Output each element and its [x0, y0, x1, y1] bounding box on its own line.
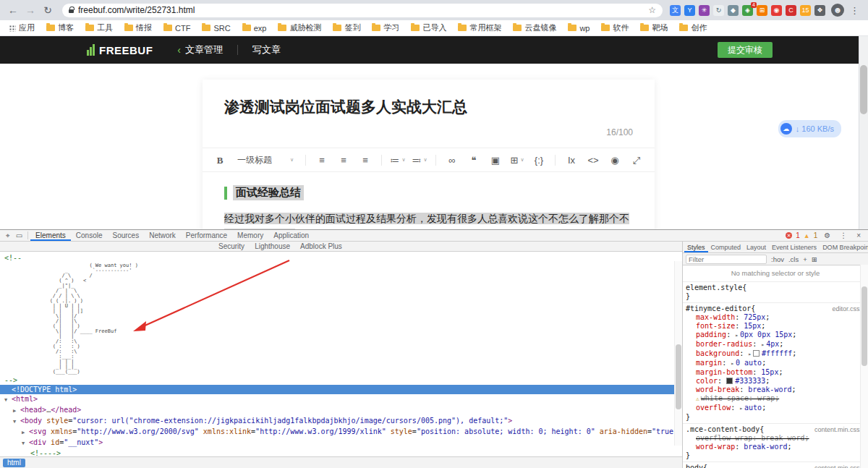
extension-icon-orange-grid[interactable]: ⊞: [757, 5, 767, 16]
bookmark-item[interactable]: 靶场: [640, 22, 668, 33]
download-speed-badge[interactable]: ☁ ↓ 160 KB/s: [778, 120, 841, 137]
bookmark-item[interactable]: wp: [568, 24, 590, 33]
css-property[interactable]: font-size: 15px;: [686, 322, 865, 331]
fullscreen-button[interactable]: ⤢: [626, 152, 647, 168]
bookmark-item[interactable]: 情报: [124, 22, 152, 33]
bookmark-item[interactable]: exp: [242, 24, 267, 33]
back-button[interactable]: ←: [6, 4, 20, 16]
stylesheet-link[interactable]: content.min.css:7: [810, 464, 865, 468]
heading-dropdown[interactable]: 一级标题∨: [231, 152, 299, 168]
nav-article-manage[interactable]: 文章管理: [185, 43, 223, 56]
element-classes-button[interactable]: .cls: [788, 255, 799, 263]
bookmark-item[interactable]: SRC: [202, 24, 230, 33]
translate-extension-icon[interactable]: 文: [670, 5, 681, 16]
devtools-tab-console[interactable]: Console: [71, 230, 108, 241]
submit-review-button[interactable]: 提交审核: [718, 42, 773, 58]
align-left-button[interactable]: ≡: [312, 152, 332, 168]
extension-icon-cola[interactable]: C: [786, 5, 796, 16]
source-code-button[interactable]: <>: [583, 152, 603, 168]
extension-icon-shield[interactable]: ◆: [728, 5, 739, 16]
new-style-rule-button[interactable]: +: [803, 255, 807, 263]
bookmark-item[interactable]: 应用: [9, 22, 35, 33]
article-title-input[interactable]: 渗透测试岗位面试题多人实战大汇总: [224, 97, 633, 117]
element-node[interactable]: ▼<body style="cursor: url("chrome-extens…: [4, 416, 682, 427]
extension-icon-y[interactable]: Y: [684, 5, 695, 16]
breadcrumb-item-html[interactable]: html: [3, 459, 25, 467]
css-property[interactable]: margin: ▸0 auto;: [686, 359, 865, 368]
browser-menu-button[interactable]: ⋮: [847, 5, 862, 16]
freebuf-logo-icon[interactable]: [87, 44, 95, 56]
bookmark-item[interactable]: 常用框架: [458, 22, 501, 33]
inspect-element-icon[interactable]: ⌖: [3, 231, 13, 240]
page-scrollbar-thumb[interactable]: [860, 65, 867, 114]
elements-scrollbar[interactable]: [674, 261, 682, 446]
elements-scrollbar-thumb[interactable]: [676, 344, 681, 409]
devtools-tab-adblock-plus[interactable]: Adblock Plus: [295, 242, 347, 251]
bookmark-star-icon[interactable]: ☆: [648, 5, 656, 15]
rule-selector[interactable]: body: [686, 464, 703, 468]
extension-icon-yellow[interactable]: 15: [800, 5, 811, 16]
styles-scrollbar-thumb[interactable]: [861, 286, 867, 366]
image-button[interactable]: ▣: [485, 152, 506, 168]
warning-icon[interactable]: ▲: [804, 232, 810, 239]
table-button[interactable]: ⊞∨: [507, 152, 527, 168]
bookmark-item[interactable]: 已导入: [411, 22, 446, 33]
freebuf-logo-text[interactable]: FREEBUF: [99, 44, 153, 56]
bold-button[interactable]: B: [210, 152, 230, 168]
devtools-tab-memory[interactable]: Memory: [232, 230, 268, 241]
bookmark-item[interactable]: 工具: [85, 22, 113, 33]
devtools-close-icon[interactable]: ×: [854, 231, 864, 239]
devtools-tab-application[interactable]: Application: [268, 230, 314, 241]
content-heading[interactable]: 面试经验总结: [233, 185, 304, 200]
styles-scrollbar[interactable]: [860, 265, 868, 468]
clear-format-button[interactable]: Ix: [561, 152, 582, 168]
error-icon[interactable]: ✕: [786, 232, 792, 239]
css-property[interactable]: max-width: 725px;: [686, 313, 865, 322]
extension-icon-red[interactable]: ◉: [771, 5, 782, 16]
reload-button[interactable]: ↻: [41, 4, 55, 16]
devtools-tab-performance[interactable]: Performance: [181, 230, 232, 241]
styles-filter-input[interactable]: [686, 255, 767, 264]
css-property[interactable]: word-break: break-word;: [686, 386, 865, 394]
css-property[interactable]: color: #333333;: [686, 377, 865, 386]
element-node[interactable]: ▼<div id="__nuxt">: [4, 438, 682, 448]
content-paragraph[interactable]: 经过我对多个小伙伴的面试过程及结果分析，发现有很多人总喜欢说这个不怎么了解那个不…: [224, 210, 633, 229]
extension-icon-puzzle[interactable]: ❖: [814, 5, 825, 16]
sidebar-tab-computed[interactable]: Computed: [708, 242, 744, 252]
device-toolbar-icon[interactable]: ▭: [13, 231, 25, 239]
devtools-tab-sources[interactable]: Sources: [107, 230, 144, 241]
comment-close[interactable]: -->: [4, 375, 682, 385]
profile-avatar[interactable]: ☻: [831, 4, 844, 17]
code-block-button[interactable]: {:}: [529, 152, 549, 168]
link-button[interactable]: ∞: [442, 152, 462, 168]
bullet-list-button[interactable]: ≔∨: [388, 152, 408, 168]
extension-icon-sync[interactable]: ↻: [713, 5, 724, 16]
page-scrollbar[interactable]: [859, 36, 868, 229]
bookmark-item[interactable]: 软件: [601, 22, 629, 33]
element-node[interactable]: ▼<html>: [4, 394, 682, 405]
css-property[interactable]: margin-bottom: 15px;: [686, 368, 865, 377]
css-property[interactable]: padding: ▸0px 0px 15px;: [686, 331, 865, 340]
bookmark-item[interactable]: 学习: [372, 22, 399, 33]
sidebar-tab-event-listeners[interactable]: Event Listeners: [769, 242, 820, 252]
elements-tree[interactable]: <!-- ( We want you! ) _ `-----------' / …: [0, 252, 682, 456]
devtools-tab-lighthouse[interactable]: Lighthouse: [250, 242, 295, 251]
devtools-tab-elements[interactable]: Elements: [30, 230, 71, 241]
devtools-menu-icon[interactable]: ⋮: [837, 231, 850, 239]
preview-button[interactable]: ◉: [605, 152, 625, 168]
element-node[interactable]: <!---->: [4, 448, 682, 456]
back-chevron-icon[interactable]: ‹: [177, 44, 181, 56]
devtools-tab-security[interactable]: Security: [213, 242, 250, 251]
extension-icon-green[interactable]: ◈4: [742, 5, 753, 16]
address-bar[interactable]: freebuf.com/write/252731.html ☆: [62, 4, 663, 17]
bookmark-item[interactable]: 博客: [46, 22, 74, 33]
ordered-list-button[interactable]: ≕∨: [409, 152, 430, 168]
element-node[interactable]: ▶<svg xmlns="http://www.w3.org/2000/svg"…: [4, 427, 682, 438]
devtools-settings-icon[interactable]: ⚙: [821, 231, 833, 239]
stylesheet-link[interactable]: content.min.css:7: [810, 425, 865, 434]
rule-selector[interactable]: #tinymce-editor: [686, 305, 751, 313]
align-center-button[interactable]: ≡: [333, 152, 354, 168]
nav-write-article[interactable]: 写文章: [252, 43, 281, 56]
css-property[interactable]: overflow-wrap: break-word;: [686, 434, 865, 443]
quote-button[interactable]: ❝: [464, 152, 484, 168]
